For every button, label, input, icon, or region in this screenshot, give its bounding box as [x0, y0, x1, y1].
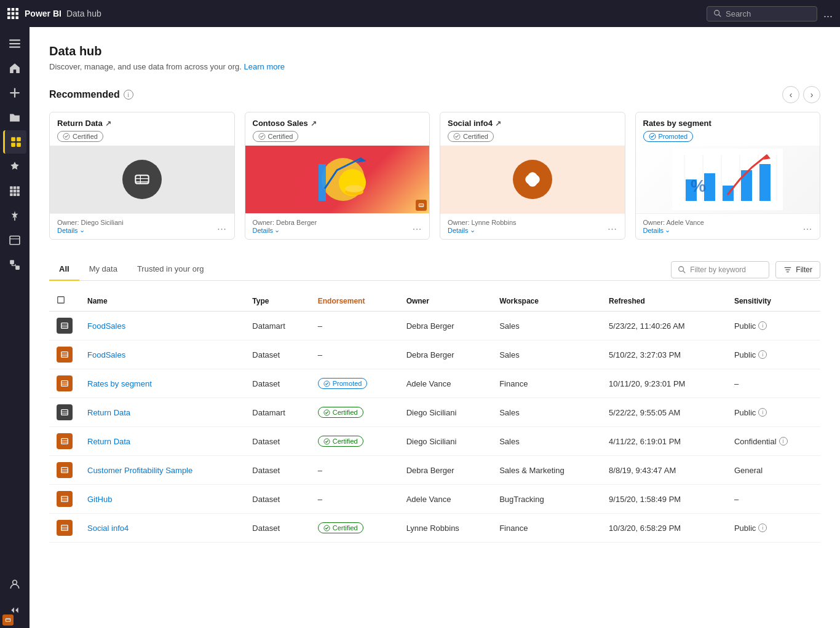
cell-sensitivity-customer-profitability: General	[727, 456, 820, 485]
sensitivity-info-icon[interactable]: i	[758, 321, 767, 330]
cell-sensitivity-social-info4: Public i	[727, 514, 820, 543]
svg-rect-24	[14, 190, 17, 193]
filter-btn-label: Filter	[796, 265, 812, 274]
card-contoso-details[interactable]: Details ⌄	[253, 226, 317, 234]
sidebar-item-menu[interactable]	[3, 32, 26, 55]
filter-keyword-input[interactable]: Filter by keyword	[671, 261, 769, 278]
recommended-next-btn[interactable]: ›	[803, 86, 820, 103]
svg-rect-92	[61, 439, 68, 444]
sidebar-item-profile[interactable]	[3, 573, 26, 596]
certified-badge: Certified	[318, 436, 363, 447]
svg-rect-18	[11, 143, 15, 147]
svg-rect-15	[10, 92, 20, 93]
sensitivity-info-cell: Public i	[734, 321, 767, 331]
sidebar-item-goals[interactable]	[3, 155, 26, 178]
card-return-data-link-icon[interactable]: ↗	[105, 119, 111, 128]
card-return-data-details[interactable]: Details ⌄	[57, 226, 124, 234]
sensitivity-info-icon[interactable]: i	[758, 350, 767, 359]
card-rates-owner: Owner: Adele Vance	[643, 219, 705, 226]
certified-badge: Certified	[318, 407, 363, 418]
card-social-details[interactable]: Details ⌄	[448, 226, 517, 234]
certified-icon-2	[258, 133, 266, 140]
svg-text:%: %	[691, 176, 706, 195]
cell-endorsement-foodsales-dm: –	[311, 312, 399, 340]
cell-refreshed-customer-profitability: 8/8/19, 9:43:47 AM	[601, 456, 727, 485]
card-return-data-footer: Owner: Diego Siciliani Details ⌄ …	[50, 213, 234, 239]
card-rates-title: Rates by segment	[643, 119, 813, 128]
sidebar-item-apps[interactable]	[3, 179, 26, 203]
learn-more-link[interactable]: Learn more	[244, 62, 285, 71]
cell-name-social-info4[interactable]: Social info4	[80, 514, 245, 543]
page-title: Data hub	[49, 44, 820, 58]
tab-my-data[interactable]: My data	[79, 259, 127, 281]
card-return-data-image	[50, 146, 234, 213]
row-icon-return-data-ds	[57, 433, 73, 449]
svg-line-10	[719, 15, 721, 17]
sidebar-item-browse[interactable]	[3, 106, 26, 129]
card-return-data: Return Data ↗ Certified	[49, 112, 235, 240]
card-contoso-more[interactable]: …	[412, 221, 422, 232]
waffle-icon[interactable]	[7, 8, 18, 19]
cell-refreshed-return-data-ds: 4/11/22, 6:19:01 PM	[601, 427, 727, 456]
card-rates-badge: Promoted	[643, 131, 694, 142]
page-subtitle: Discover, manage, and use data from acro…	[49, 62, 820, 71]
tab-all[interactable]: All	[49, 259, 79, 281]
card-contoso-sales-header: Contoso Sales ↗ Certified	[245, 112, 430, 146]
row-type-icon	[60, 495, 69, 503]
sidebar-item-home[interactable]	[3, 57, 26, 80]
cell-name-foodsales-ds[interactable]: FoodSales	[80, 340, 245, 369]
svg-point-47	[345, 185, 363, 192]
sensitivity-info-icon[interactable]: i	[758, 408, 767, 417]
cell-name-return-data-ds[interactable]: Return Data	[80, 427, 245, 456]
cell-endorsement-github: –	[311, 485, 399, 514]
cell-endorsement-foodsales-ds: –	[311, 340, 399, 369]
row-type-icon	[60, 408, 69, 417]
svg-rect-4	[12, 12, 15, 15]
th-workspace: Workspace	[492, 291, 601, 312]
sidebar-item-create[interactable]	[3, 81, 26, 104]
cell-workspace-foodsales-ds: Sales	[492, 340, 601, 369]
cell-name-foodsales-dm[interactable]: FoodSales	[80, 312, 245, 340]
card-contoso-link-icon[interactable]: ↗	[311, 119, 317, 128]
sidebar-item-deployment[interactable]	[3, 253, 26, 277]
sensitivity-info-icon[interactable]: i	[758, 524, 767, 532]
filter-button[interactable]: Filter	[775, 261, 820, 278]
cell-name-github[interactable]: GitHub	[80, 485, 245, 514]
topbar-more[interactable]: ...	[823, 7, 833, 20]
cell-name-customer-profitability[interactable]: Customer Profitability Sample	[80, 456, 245, 485]
sensitivity-info-icon[interactable]: i	[779, 437, 788, 445]
data-table: Name Type Endorsement Owner Workspace Re…	[49, 291, 820, 543]
cell-name-return-data-dm[interactable]: Return Data	[80, 398, 245, 427]
cell-name-rates-by-segment[interactable]: Rates by segment	[80, 369, 245, 398]
content-area: Data hub Discover, manage, and use data …	[30, 27, 840, 628]
row-icon-return-data-dm	[57, 404, 73, 420]
card-social-owner: Owner: Lynne Robbins	[448, 219, 517, 226]
card-rates-details[interactable]: Details ⌄	[643, 226, 705, 234]
certified-check-icon	[323, 438, 330, 445]
card-return-data-more[interactable]: …	[217, 221, 227, 232]
cell-refreshed-foodsales-dm: 5/23/22, 11:40:26 AM	[601, 312, 727, 340]
certified-icon	[63, 133, 70, 140]
card-rates-more[interactable]: …	[802, 221, 812, 232]
sidebar-item-data-hub[interactable]	[3, 130, 26, 154]
card-social-more[interactable]: …	[608, 221, 617, 232]
row-icon-rates-by-segment	[57, 375, 73, 391]
cell-owner-rates-by-segment: Adele Vance	[399, 369, 493, 398]
recommended-prev-btn[interactable]: ‹	[782, 86, 799, 103]
card-social-image	[440, 146, 625, 213]
table-row: Social info4DatasetCertifiedLynne Robbin…	[49, 514, 820, 543]
sidebar-item-learn[interactable]	[3, 204, 26, 227]
th-endorsement: Endorsement	[311, 291, 399, 312]
search-box[interactable]: Search	[707, 6, 817, 22]
card-social-link-icon[interactable]: ↗	[495, 119, 501, 128]
sidebar-item-workspaces[interactable]	[3, 229, 26, 252]
tabs-bar: All My data Trusted in your org Filter b…	[49, 259, 820, 281]
recommended-info-icon[interactable]: i	[124, 90, 133, 100]
cell-refreshed-social-info4: 10/3/20, 6:58:29 PM	[601, 514, 727, 543]
card-contoso-footer: Owner: Debra Berger Details ⌄ …	[245, 213, 430, 239]
tab-trusted[interactable]: Trusted in your org	[127, 259, 214, 281]
svg-rect-7	[12, 17, 15, 20]
table-row: Return DataDatasetCertifiedDiego Sicilia…	[49, 427, 820, 456]
tabs-filter-area: Filter by keyword Filter	[671, 261, 820, 278]
svg-point-72	[679, 267, 684, 272]
